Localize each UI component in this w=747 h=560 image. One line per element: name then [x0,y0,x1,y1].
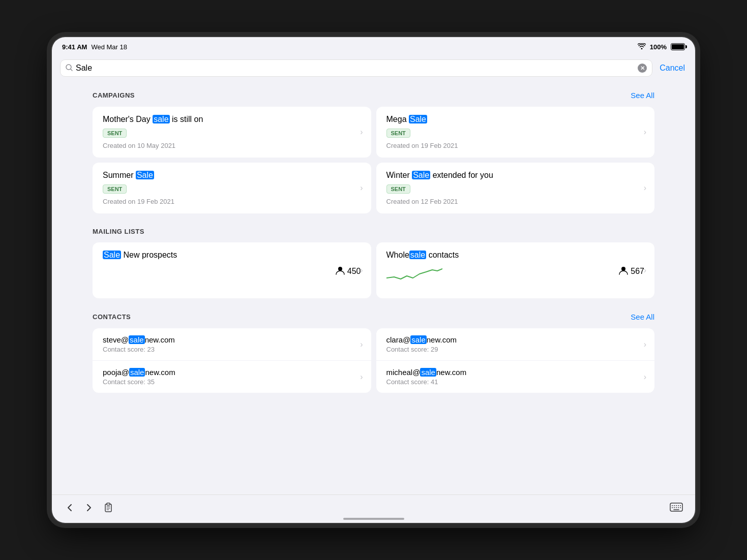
svg-point-2 [338,267,342,271]
campaign-card-mothers-sale[interactable]: Mother's Day sale is still on SENT Creat… [93,107,371,158]
sent-badge-summer: SENT [103,184,127,194]
contact-item-clara[interactable]: clara@salenew.com Contact score: 29 › [376,328,655,361]
highlight-sale-mailing2: sale [409,251,426,259]
contact-score-clara: Contact score: 29 [386,346,645,353]
highlight-sale-mailing1: Sale [103,251,121,259]
wifi-icon [638,43,646,51]
person-icon-1 [336,266,345,277]
campaign-card-summer-sale[interactable]: Summer Sale SENT Created on 19 Feb 2021 … [93,163,371,213]
chevron-right-icon: › [644,128,646,137]
card-meta-summer: Created on 19 Feb 2021 [103,198,361,205]
campaign-card-mega-sale[interactable]: Mega Sale SENT Created on 19 Feb 2021 › [376,107,655,158]
campaigns-see-all[interactable]: See All [631,91,654,100]
sent-badge-mega: SENT [386,129,410,138]
contact-email-clara: clara@salenew.com [386,335,645,344]
chevron-right-icon: › [644,372,646,382]
card-meta-mothers: Created on 10 May 2021 [103,142,361,149]
contacts-title: Contacts [93,313,131,321]
status-time: 9:41 AM [62,43,87,51]
status-bar: 9:41 AM Wed Mar 18 100% [52,37,695,55]
mailing-lists-header: MAILING LISTS [93,228,654,235]
contact-score-micheal: Contact score: 41 [386,378,645,386]
mailing-card-footer-1: 450 [103,266,361,277]
contact-email-micheal: micheal@salenew.com [386,368,645,377]
contact-score-steve: Contact score: 23 [103,346,361,353]
highlight-sale: sale [153,115,169,123]
chevron-right-icon: › [644,340,646,349]
card-title-summer-sale: Summer Sale [103,171,361,180]
home-indicator [343,518,404,520]
search-input-wrapper: ✕ [60,59,652,77]
contact-item-steve[interactable]: steve@salenew.com Contact score: 23 › [93,328,371,361]
person-icon-2 [619,266,628,277]
cancel-button[interactable]: Cancel [658,61,687,75]
svg-line-1 [71,69,72,71]
chevron-right-icon: › [644,183,646,193]
chevron-right-icon: › [360,340,363,349]
campaigns-section: CAMPAIGNS See All Mother's Day sale is s… [93,91,654,213]
search-icon [66,64,73,73]
sent-badge-winter: SENT [386,184,410,194]
keyboard-button[interactable] [670,503,683,516]
highlight-sale-steve: sale [129,335,145,344]
card-meta-winter: Created on 12 Feb 2021 [386,198,645,205]
campaigns-title: CAMPAIGNS [93,91,135,99]
card-title-mothers-sale: Mother's Day sale is still on [103,115,361,124]
back-button[interactable] [64,502,75,516]
highlight-sale-winter: Sale [412,171,430,179]
mailing-card-title-wholesale: Wholesale contacts [386,251,645,260]
contacts-header: Contacts See All [93,313,654,321]
clipboard-button[interactable] [103,502,114,516]
forward-button[interactable] [83,502,95,516]
contact-email-steve: steve@salenew.com [103,335,361,344]
status-right: 100% [638,43,685,51]
main-content: CAMPAIGNS See All Mother's Day sale is s… [52,81,695,494]
battery-percentage: 100% [650,43,667,51]
svg-point-3 [621,267,625,271]
clear-icon[interactable]: ✕ [638,64,647,73]
card-title-mega-sale: Mega Sale [386,115,645,124]
chevron-right-icon: › [360,128,363,137]
mailing-lists-grid: Sale New prospects 450 › [93,242,654,298]
bottom-nav-icons [64,502,114,516]
chevron-right-icon: › [360,183,363,193]
contacts-section: Contacts See All steve@salenew.com Conta… [93,313,654,393]
battery-icon [671,43,685,50]
search-input[interactable] [76,64,635,73]
contacts-card-right: clara@salenew.com Contact score: 29 › mi… [376,328,655,393]
chevron-right-icon: › [360,372,363,382]
contact-email-pooja: pooja@salenew.com [103,368,361,377]
mailing-card-wholesale-contacts[interactable]: Wholesale contacts [376,242,655,298]
highlight-sale-micheal: sale [420,368,436,377]
mailing-card-sale-new-prospects[interactable]: Sale New prospects 450 › [93,242,371,298]
sent-badge-mothers: SENT [103,129,127,138]
contacts-card-left: steve@salenew.com Contact score: 23 › po… [93,328,371,393]
chevron-right-icon: › [360,266,363,275]
highlight-sale-clara: sale [410,335,427,344]
mailing-lists-section: MAILING LISTS Sale New prospects [93,228,654,298]
campaign-card-winter-sale[interactable]: Winter Sale extended for you SENT Create… [376,163,655,213]
campaigns-grid: Mother's Day sale is still on SENT Creat… [93,107,654,213]
search-bar-container: ✕ Cancel [52,55,695,81]
highlight-sale-pooja: sale [129,368,145,377]
ipad-frame: 9:41 AM Wed Mar 18 100% [51,36,696,524]
card-title-winter-sale: Winter Sale extended for you [386,171,645,180]
mailing-card-title-sale-new: Sale New prospects [103,251,361,260]
highlight-sale-summer: Sale [136,171,154,179]
contact-item-pooja[interactable]: pooja@salenew.com Contact score: 35 › [93,361,371,393]
status-left: 9:41 AM Wed Mar 18 [62,43,127,51]
highlight-sale-mega: Sale [409,115,427,123]
chevron-right-icon: › [644,266,646,275]
campaigns-header: CAMPAIGNS See All [93,91,654,100]
contact-item-micheal[interactable]: micheal@salenew.com Contact score: 41 › [376,361,655,393]
svg-rect-5 [107,503,110,505]
count-sale-new-prospects: 450 [347,267,361,276]
count-wholesale-contacts: 567 [631,267,644,276]
contacts-grid: steve@salenew.com Contact score: 23 › po… [93,328,654,393]
status-date: Wed Mar 18 [91,43,127,51]
mailing-lists-title: MAILING LISTS [93,228,144,235]
contacts-see-all[interactable]: See All [631,313,654,321]
card-meta-mega: Created on 19 Feb 2021 [386,142,645,149]
sparkline [386,267,442,283]
contact-score-pooja: Contact score: 35 [103,378,361,386]
